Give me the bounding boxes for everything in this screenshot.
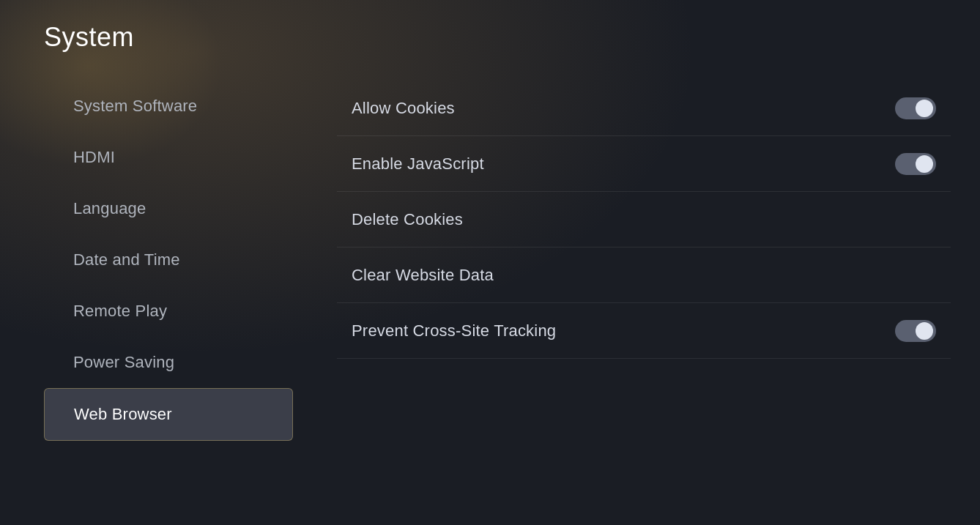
content-item-allow-cookies[interactable]: Allow Cookies (337, 81, 951, 136)
sidebar-item-remote-play[interactable]: Remote Play (44, 286, 293, 337)
sidebar-item-system-software[interactable]: System Software (44, 81, 293, 132)
content-label-delete-cookies: Delete Cookies (352, 210, 463, 229)
content-label-clear-website-data: Clear Website Data (352, 266, 494, 285)
content-item-delete-cookies[interactable]: Delete Cookies (337, 192, 951, 247)
toggle-allow-cookies[interactable] (895, 97, 936, 119)
content-item-clear-website-data[interactable]: Clear Website Data (337, 247, 951, 303)
content-item-prevent-cross-site-tracking[interactable]: Prevent Cross-Site Tracking (337, 303, 951, 359)
sidebar-item-power-saving[interactable]: Power Saving (44, 337, 293, 388)
sidebar-item-language[interactable]: Language (44, 183, 293, 234)
content-label-enable-javascript: Enable JavaScript (352, 154, 484, 174)
content-label-allow-cookies: Allow Cookies (352, 99, 455, 118)
toggle-enable-javascript[interactable] (895, 153, 936, 175)
main-layout: System SoftwareHDMILanguageDate and Time… (44, 81, 951, 496)
sidebar: System SoftwareHDMILanguageDate and Time… (44, 81, 293, 496)
content-label-prevent-cross-site-tracking: Prevent Cross-Site Tracking (352, 321, 556, 340)
content-panel: Allow CookiesEnable JavaScriptDelete Coo… (293, 81, 951, 496)
sidebar-item-date-and-time[interactable]: Date and Time (44, 234, 293, 286)
sidebar-item-web-browser[interactable]: Web Browser (44, 388, 293, 441)
content-item-enable-javascript[interactable]: Enable JavaScript (337, 136, 951, 192)
sidebar-item-hdmi[interactable]: HDMI (44, 132, 293, 183)
page-title: System (44, 22, 134, 53)
toggle-prevent-cross-site-tracking[interactable] (895, 320, 936, 342)
